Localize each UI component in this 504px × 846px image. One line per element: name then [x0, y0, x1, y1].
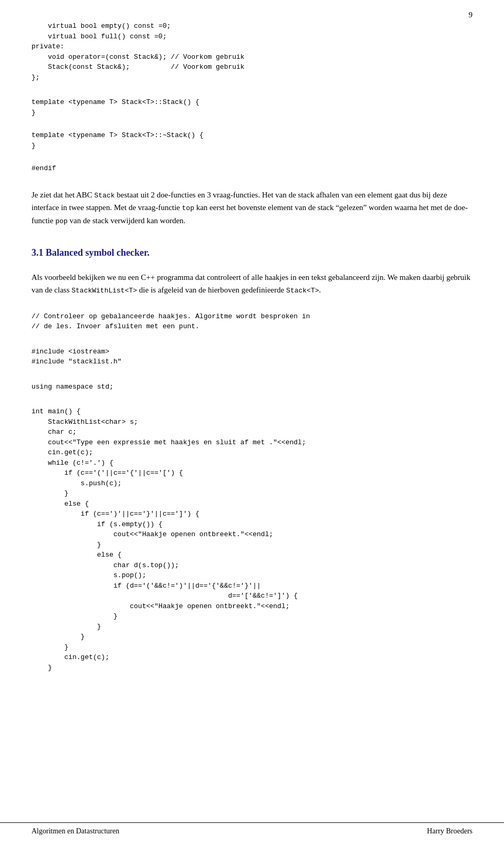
code-block-4: #endif — [32, 163, 472, 174]
section-number: 3.1 — [32, 247, 44, 258]
inline-code-stackwithlist: StackWithList<T> — [71, 287, 137, 295]
code-block-1: virtual bool empty() const =0; virtual b… — [32, 21, 472, 82]
footer: Algoritmen en Datastructuren Harry Broed… — [0, 822, 504, 835]
prose-paragraph-1: Je ziet dat het ABC Stack bestaat uit 2 … — [32, 189, 472, 227]
code-block-6: #include <iostream> #include "stacklist.… — [32, 347, 472, 367]
content-area: virtual bool empty() const =0; virtual b… — [32, 21, 472, 673]
inline-code-stack: Stack — [94, 192, 115, 200]
prose-paragraph-2: Als voorbeeld bekijken we nu een C++ pro… — [32, 271, 472, 297]
footer-left: Algoritmen en Datastructuren — [32, 827, 119, 835]
section-heading: 3.1 Balanced symbol checker. — [32, 247, 472, 258]
code-block-2: template <typename T> Stack<T>::Stack() … — [32, 97, 472, 118]
section-title-text: Balanced symbol checker. — [46, 247, 150, 258]
inline-code-pop: pop — [55, 217, 67, 225]
code-block-3: template <typename T> Stack<T>::~Stack()… — [32, 130, 472, 151]
page-container: 9 virtual bool empty() const =0; virtual… — [0, 0, 504, 846]
page-number: 9 — [469, 11, 473, 19]
code-block-5: // Controleer op gebalanceerde haakjes. … — [32, 311, 472, 332]
code-block-8: int main() { StackWithList<char> s; char… — [32, 406, 472, 673]
footer-right: Harry Broeders — [427, 827, 472, 835]
inline-code-top: top — [182, 204, 194, 212]
code-block-7: using namespace std; — [32, 382, 472, 392]
inline-code-stackt: Stack<T> — [286, 287, 319, 295]
